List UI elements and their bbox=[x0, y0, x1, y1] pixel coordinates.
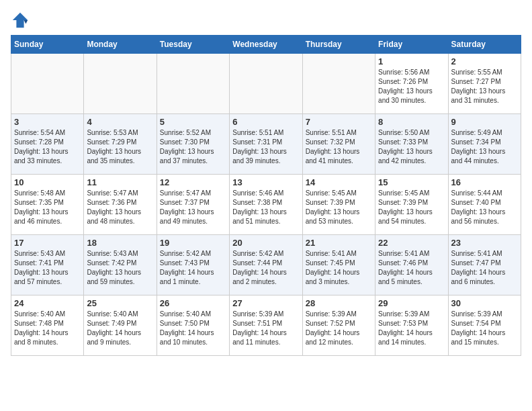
day-info: Sunrise: 5:46 AM Sunset: 7:38 PM Dayligh… bbox=[232, 189, 299, 226]
day-info: Sunrise: 5:39 AM Sunset: 7:54 PM Dayligh… bbox=[451, 310, 518, 347]
day-number: 26 bbox=[160, 298, 226, 308]
day-number: 8 bbox=[378, 117, 445, 127]
day-info: Sunrise: 5:42 AM Sunset: 7:43 PM Dayligh… bbox=[160, 249, 226, 287]
day-cell: 30Sunrise: 5:39 AM Sunset: 7:54 PM Dayli… bbox=[448, 295, 521, 356]
day-cell: 1Sunrise: 5:56 AM Sunset: 7:26 PM Daylig… bbox=[375, 54, 448, 114]
day-info: Sunrise: 5:56 AM Sunset: 7:26 PM Dayligh… bbox=[378, 68, 445, 105]
day-info: Sunrise: 5:39 AM Sunset: 7:52 PM Dayligh… bbox=[306, 310, 372, 347]
day-cell bbox=[84, 54, 157, 114]
day-info: Sunrise: 5:43 AM Sunset: 7:41 PM Dayligh… bbox=[14, 249, 81, 287]
day-cell: 16Sunrise: 5:44 AM Sunset: 7:40 PM Dayli… bbox=[448, 175, 521, 235]
day-number: 30 bbox=[451, 298, 518, 308]
day-cell: 24Sunrise: 5:40 AM Sunset: 7:48 PM Dayli… bbox=[11, 295, 84, 356]
day-cell bbox=[157, 54, 229, 114]
day-info: Sunrise: 5:52 AM Sunset: 7:30 PM Dayligh… bbox=[160, 128, 226, 166]
week-row-5: 24Sunrise: 5:40 AM Sunset: 7:48 PM Dayli… bbox=[11, 295, 521, 356]
header-saturday: Saturday bbox=[448, 36, 521, 54]
header-friday: Friday bbox=[375, 36, 448, 54]
day-number: 21 bbox=[306, 238, 372, 248]
day-number: 6 bbox=[232, 117, 299, 127]
calendar-header-row: SundayMondayTuesdayWednesdayThursdayFrid… bbox=[11, 36, 521, 54]
day-cell: 29Sunrise: 5:39 AM Sunset: 7:53 PM Dayli… bbox=[375, 295, 448, 356]
day-number: 23 bbox=[451, 238, 518, 248]
day-cell: 4Sunrise: 5:53 AM Sunset: 7:29 PM Daylig… bbox=[84, 114, 157, 175]
logo bbox=[11, 11, 32, 30]
day-number: 14 bbox=[306, 177, 372, 187]
header-wednesday: Wednesday bbox=[230, 36, 302, 54]
day-number: 22 bbox=[378, 238, 445, 248]
header-sunday: Sunday bbox=[11, 36, 84, 54]
day-cell bbox=[11, 54, 84, 114]
day-info: Sunrise: 5:41 AM Sunset: 7:46 PM Dayligh… bbox=[378, 249, 445, 287]
day-info: Sunrise: 5:53 AM Sunset: 7:29 PM Dayligh… bbox=[87, 128, 153, 166]
day-cell bbox=[230, 54, 302, 114]
day-number: 20 bbox=[232, 238, 299, 248]
day-info: Sunrise: 5:50 AM Sunset: 7:33 PM Dayligh… bbox=[378, 128, 445, 166]
day-info: Sunrise: 5:45 AM Sunset: 7:39 PM Dayligh… bbox=[378, 189, 445, 226]
header bbox=[11, 11, 521, 30]
week-row-3: 10Sunrise: 5:48 AM Sunset: 7:35 PM Dayli… bbox=[11, 175, 521, 235]
day-info: Sunrise: 5:39 AM Sunset: 7:51 PM Dayligh… bbox=[232, 310, 299, 347]
day-info: Sunrise: 5:51 AM Sunset: 7:31 PM Dayligh… bbox=[232, 128, 299, 166]
day-number: 10 bbox=[14, 177, 81, 187]
day-cell: 23Sunrise: 5:41 AM Sunset: 7:47 PM Dayli… bbox=[448, 235, 521, 295]
header-tuesday: Tuesday bbox=[157, 36, 229, 54]
day-cell: 22Sunrise: 5:41 AM Sunset: 7:46 PM Dayli… bbox=[375, 235, 448, 295]
day-number: 13 bbox=[232, 177, 299, 187]
day-info: Sunrise: 5:51 AM Sunset: 7:32 PM Dayligh… bbox=[306, 128, 372, 166]
day-cell: 13Sunrise: 5:46 AM Sunset: 7:38 PM Dayli… bbox=[230, 175, 302, 235]
week-row-2: 3Sunrise: 5:54 AM Sunset: 7:28 PM Daylig… bbox=[11, 114, 521, 175]
day-cell: 8Sunrise: 5:50 AM Sunset: 7:33 PM Daylig… bbox=[375, 114, 448, 175]
week-row-1: 1Sunrise: 5:56 AM Sunset: 7:26 PM Daylig… bbox=[11, 54, 521, 114]
day-number: 9 bbox=[451, 117, 518, 127]
day-cell: 21Sunrise: 5:41 AM Sunset: 7:45 PM Dayli… bbox=[302, 235, 375, 295]
day-info: Sunrise: 5:47 AM Sunset: 7:37 PM Dayligh… bbox=[160, 189, 226, 226]
day-cell: 10Sunrise: 5:48 AM Sunset: 7:35 PM Dayli… bbox=[11, 175, 84, 235]
calendar: SundayMondayTuesdayWednesdayThursdayFrid… bbox=[11, 35, 521, 356]
svg-marker-1 bbox=[24, 20, 28, 24]
day-cell bbox=[302, 54, 375, 114]
day-number: 25 bbox=[87, 298, 153, 308]
day-info: Sunrise: 5:41 AM Sunset: 7:47 PM Dayligh… bbox=[451, 249, 518, 287]
day-cell: 9Sunrise: 5:49 AM Sunset: 7:34 PM Daylig… bbox=[448, 114, 521, 175]
day-number: 24 bbox=[14, 298, 81, 308]
day-number: 19 bbox=[160, 238, 226, 248]
day-cell: 27Sunrise: 5:39 AM Sunset: 7:51 PM Dayli… bbox=[230, 295, 302, 356]
day-number: 2 bbox=[451, 56, 518, 66]
week-row-4: 17Sunrise: 5:43 AM Sunset: 7:41 PM Dayli… bbox=[11, 235, 521, 295]
day-cell: 12Sunrise: 5:47 AM Sunset: 7:37 PM Dayli… bbox=[157, 175, 229, 235]
day-cell: 18Sunrise: 5:43 AM Sunset: 7:42 PM Dayli… bbox=[84, 235, 157, 295]
day-number: 1 bbox=[378, 56, 445, 66]
day-cell: 19Sunrise: 5:42 AM Sunset: 7:43 PM Dayli… bbox=[157, 235, 229, 295]
day-info: Sunrise: 5:45 AM Sunset: 7:39 PM Dayligh… bbox=[306, 189, 372, 226]
day-cell: 11Sunrise: 5:47 AM Sunset: 7:36 PM Dayli… bbox=[84, 175, 157, 235]
header-monday: Monday bbox=[84, 36, 157, 54]
day-info: Sunrise: 5:39 AM Sunset: 7:53 PM Dayligh… bbox=[378, 310, 445, 347]
day-number: 27 bbox=[232, 298, 299, 308]
day-info: Sunrise: 5:42 AM Sunset: 7:44 PM Dayligh… bbox=[232, 249, 299, 287]
day-info: Sunrise: 5:41 AM Sunset: 7:45 PM Dayligh… bbox=[306, 249, 372, 287]
day-cell: 6Sunrise: 5:51 AM Sunset: 7:31 PM Daylig… bbox=[230, 114, 302, 175]
day-info: Sunrise: 5:55 AM Sunset: 7:27 PM Dayligh… bbox=[451, 68, 518, 105]
day-info: Sunrise: 5:40 AM Sunset: 7:50 PM Dayligh… bbox=[160, 310, 226, 347]
day-cell: 3Sunrise: 5:54 AM Sunset: 7:28 PM Daylig… bbox=[11, 114, 84, 175]
day-cell: 5Sunrise: 5:52 AM Sunset: 7:30 PM Daylig… bbox=[157, 114, 229, 175]
day-number: 11 bbox=[87, 177, 153, 187]
day-number: 5 bbox=[160, 117, 226, 127]
day-info: Sunrise: 5:47 AM Sunset: 7:36 PM Dayligh… bbox=[87, 189, 153, 226]
day-cell: 14Sunrise: 5:45 AM Sunset: 7:39 PM Dayli… bbox=[302, 175, 375, 235]
day-info: Sunrise: 5:43 AM Sunset: 7:42 PM Dayligh… bbox=[87, 249, 153, 287]
day-info: Sunrise: 5:44 AM Sunset: 7:40 PM Dayligh… bbox=[451, 189, 518, 226]
header-thursday: Thursday bbox=[302, 36, 375, 54]
day-number: 28 bbox=[306, 298, 372, 308]
day-number: 29 bbox=[378, 298, 445, 308]
day-cell: 26Sunrise: 5:40 AM Sunset: 7:50 PM Dayli… bbox=[157, 295, 229, 356]
day-info: Sunrise: 5:40 AM Sunset: 7:48 PM Dayligh… bbox=[14, 310, 81, 347]
day-cell: 15Sunrise: 5:45 AM Sunset: 7:39 PM Dayli… bbox=[375, 175, 448, 235]
day-info: Sunrise: 5:40 AM Sunset: 7:49 PM Dayligh… bbox=[87, 310, 153, 347]
logo-icon bbox=[11, 11, 30, 30]
day-number: 4 bbox=[87, 117, 153, 127]
day-cell: 17Sunrise: 5:43 AM Sunset: 7:41 PM Dayli… bbox=[11, 235, 84, 295]
day-cell: 7Sunrise: 5:51 AM Sunset: 7:32 PM Daylig… bbox=[302, 114, 375, 175]
day-number: 17 bbox=[14, 238, 81, 248]
